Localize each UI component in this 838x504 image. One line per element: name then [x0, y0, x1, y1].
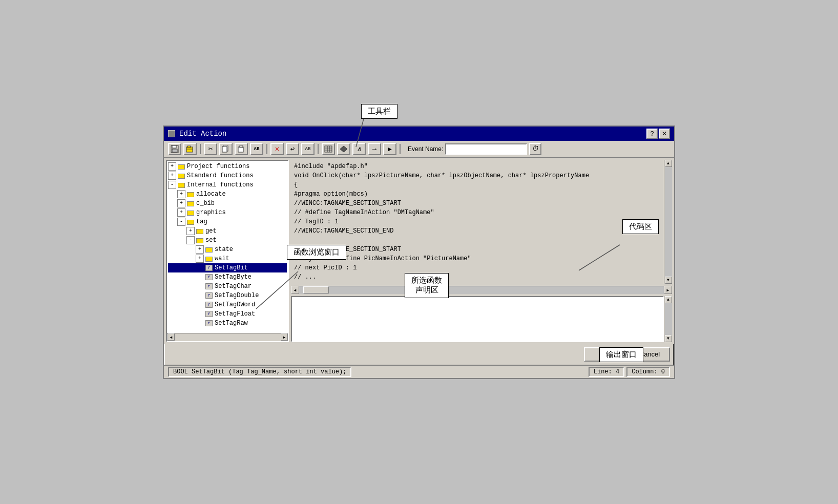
- undo-button[interactable]: ↩: [286, 143, 299, 155]
- declaration-callout-box: 所选函数声明区: [405, 273, 449, 298]
- ab-button[interactable]: AB: [250, 143, 263, 155]
- toggle-SetTagDouble: [196, 291, 204, 300]
- tree-item-cbib[interactable]: + c_bib: [168, 199, 287, 208]
- tree-item-SetTagRaw[interactable]: f SetTagRaw: [168, 319, 287, 328]
- cut-button[interactable]: ✂: [204, 143, 217, 155]
- toggle-SetTagRaw: [196, 319, 204, 327]
- func-icon-SetTagChar: f: [205, 282, 213, 290]
- svg-rect-3: [172, 149, 177, 152]
- code-scroll-down[interactable]: ▼: [665, 277, 672, 284]
- code-area-main: #include "apdefap.h" void OnClick(char* …: [291, 160, 664, 284]
- code-scroll-up[interactable]: ▲: [665, 160, 672, 167]
- toggle-tag[interactable]: -: [177, 218, 185, 226]
- toggle-standard-functions[interactable]: +: [168, 172, 176, 180]
- toggle-internal-functions[interactable]: -: [168, 181, 176, 189]
- folder-icon-cbib: [186, 199, 195, 207]
- toggle-allocate[interactable]: +: [177, 190, 185, 198]
- open-button[interactable]: [183, 143, 197, 155]
- func-browser-hscroll[interactable]: ◀ ▶: [167, 333, 288, 341]
- output-area-container: ▲ ▼: [291, 296, 672, 342]
- tree-item-graphics[interactable]: + graphics: [168, 208, 287, 217]
- code-hscroll-right[interactable]: ▶: [664, 286, 672, 294]
- tree-item-tag[interactable]: - tag: [168, 217, 287, 226]
- svg-rect-10: [240, 145, 243, 148]
- tree-item-SetTagDWord[interactable]: f SetTagDWord: [168, 300, 287, 309]
- copy-button[interactable]: [219, 143, 233, 155]
- tree-item-SetTagBit[interactable]: f SetTagBit: [168, 263, 287, 272]
- toggle-wait[interactable]: +: [196, 255, 204, 263]
- clock-button[interactable]: ⏱: [529, 143, 541, 155]
- diamond-button[interactable]: [337, 143, 350, 155]
- save-button[interactable]: [168, 143, 181, 155]
- toggle-graphics[interactable]: +: [177, 208, 185, 217]
- column-indicator: Column: 0: [626, 367, 670, 377]
- toggle-SetTagBit: [196, 264, 204, 272]
- separator-1: [200, 144, 201, 154]
- event-name-input[interactable]: [445, 143, 527, 155]
- function-browser: + Project functions + Standard functions…: [166, 160, 289, 342]
- tree-item-state[interactable]: + state: [168, 245, 287, 254]
- spell-button[interactable]: AB: [301, 143, 315, 155]
- tree-item-allocate[interactable]: + allocate: [168, 190, 287, 199]
- folder-icon-project: [177, 162, 185, 171]
- tree-item-SetTagByte[interactable]: f SetTagByte: [168, 272, 287, 282]
- status-bar: BOOL SetTagBit (Tag Tag_Name, short int …: [164, 365, 674, 378]
- toggle-get[interactable]: +: [186, 227, 195, 235]
- func-icon-SetTagRaw: f: [205, 319, 213, 327]
- output-vscroll[interactable]: ▲ ▼: [664, 296, 672, 342]
- tree-item-internal-functions[interactable]: - Internal functions: [168, 180, 287, 190]
- code-editor[interactable]: #include "apdefap.h" void OnClick(char* …: [291, 160, 664, 284]
- event-name-label: Event Name:: [408, 145, 443, 153]
- code-vscroll[interactable]: ▲ ▼: [664, 160, 672, 284]
- func-icon-SetTagByte: f: [205, 273, 213, 281]
- code-hscroll-left[interactable]: ◀: [291, 286, 299, 294]
- toggle-project-functions[interactable]: +: [168, 162, 176, 171]
- help-button[interactable]: ?: [646, 129, 658, 139]
- tree-item-SetTagDouble[interactable]: f SetTagDouble: [168, 291, 287, 300]
- function-browser-inner[interactable]: + Project functions + Standard functions…: [167, 161, 288, 333]
- folder-icon-graphics: [186, 208, 195, 217]
- tree-item-get[interactable]: + get: [168, 226, 287, 236]
- svg-rect-11: [325, 146, 332, 152]
- code-hscroll[interactable]: ◀ ▶: [291, 286, 672, 294]
- window-title: Edit Action: [179, 130, 226, 138]
- tree-item-project-functions[interactable]: + Project functions: [168, 162, 287, 171]
- toolbar-tooltip-arrow: [353, 119, 405, 150]
- code-hscroll-thumb[interactable]: [303, 286, 329, 293]
- folder-icon-set: [196, 236, 204, 244]
- separator-2: [266, 144, 267, 154]
- function-signature: BOOL SetTagBit (Tag Tag_Name, short int …: [168, 367, 351, 377]
- output-scroll-up[interactable]: ▲: [665, 296, 672, 303]
- hscroll-right[interactable]: ▶: [281, 333, 288, 341]
- svg-rect-5: [187, 146, 191, 148]
- svg-line-0: [356, 119, 364, 147]
- tree-item-SetTagChar[interactable]: f SetTagChar: [168, 282, 287, 291]
- folder-icon-standard: [177, 172, 185, 180]
- tree-item-wait[interactable]: + wait: [168, 254, 287, 263]
- output-area-callout-box: 输出窗口: [599, 347, 643, 362]
- tree-item-SetTagFloat[interactable]: f SetTagFloat: [168, 309, 287, 319]
- func-browser-callout-box: 函数浏览窗口: [287, 245, 346, 260]
- window-icon: [168, 130, 175, 137]
- svg-rect-8: [222, 146, 227, 152]
- toggle-SetTagChar: [196, 282, 204, 290]
- toolbar: ✂ AB ✕ ↩ AB ∧ → ▶ Event Name:: [164, 141, 674, 158]
- output-area[interactable]: [291, 296, 664, 342]
- grid-button[interactable]: [322, 143, 335, 155]
- toggle-state[interactable]: +: [196, 245, 204, 254]
- paste-button[interactable]: [235, 143, 248, 155]
- func-icon-SetTagDWord: f: [205, 301, 213, 309]
- folder-icon-internal: [177, 181, 185, 189]
- tree-item-standard-functions[interactable]: + Standard functions: [168, 171, 287, 180]
- toolbar-tooltip-box: 工具栏: [361, 104, 397, 119]
- hscroll-left[interactable]: ◀: [167, 333, 175, 341]
- toggle-set[interactable]: -: [186, 236, 195, 244]
- delete-button[interactable]: ✕: [270, 143, 284, 155]
- close-button[interactable]: ✕: [659, 129, 670, 139]
- toggle-cbib[interactable]: +: [177, 199, 185, 207]
- tree-item-set[interactable]: - set: [168, 236, 287, 245]
- output-scroll-down[interactable]: ▼: [665, 335, 672, 342]
- svg-rect-2: [172, 145, 176, 148]
- func-icon-SetTagDouble: f: [205, 291, 213, 300]
- code-hscroll-track: [299, 286, 664, 294]
